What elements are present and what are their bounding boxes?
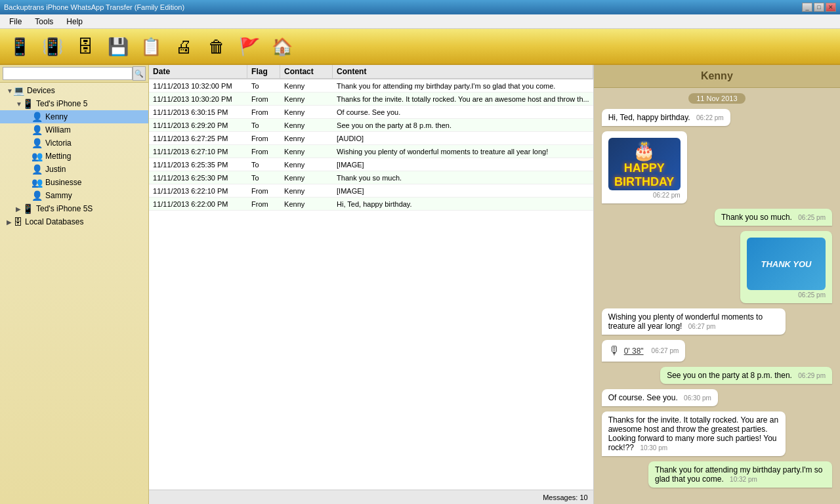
sidebar-item-teds-iphone5s[interactable]: ▶ 📱 Ted's iPhone 5S — [0, 202, 148, 215]
chat-date-label: 11 Nov 2013 — [688, 93, 745, 104]
birthday-image: 🎂 HAPPYBIRTHDAY — [608, 138, 681, 190]
message-8: Of course. See you. 06:30 pm — [602, 389, 718, 406]
minimize-button[interactable]: _ — [802, 3, 812, 12]
flag-icon: 🚩 — [239, 38, 260, 55]
toolbar-database-btn[interactable]: 🗄 — [71, 32, 100, 61]
td-content: Wishing you plenty of wonderful moments … — [333, 146, 593, 157]
td-contact: Kenny — [280, 186, 333, 196]
sidebar-item-local-databases[interactable]: ▶ 🗄 Local Databases — [0, 215, 148, 228]
table-row[interactable]: 11/11/2013 6:27:10 PM From Kenny Wishing… — [149, 145, 593, 158]
search-button[interactable]: 🔍 — [133, 66, 146, 81]
audio-duration[interactable]: 0' 38" — [624, 346, 644, 356]
bubble-received: Wishing you plenty of wonderful moments … — [602, 308, 786, 335]
table-row[interactable]: 11/11/2013 6:29:20 PM To Kenny See you o… — [149, 119, 593, 132]
td-content: See you on the party at 8 p.m. then. — [333, 120, 593, 131]
maximize-button[interactable]: □ — [814, 3, 824, 12]
td-contact: Kenny — [280, 81, 333, 91]
message-1: Hi, Ted, happy birthday. 06:22 pm — [602, 109, 730, 126]
message-9: Thanks for the invite. It totally rocked… — [602, 411, 786, 456]
toolbar-iphone-btn[interactable]: 📱 — [5, 32, 34, 61]
search-input[interactable] — [3, 67, 133, 80]
sidebar-item-teds-iphone5[interactable]: ▼ 📱 Ted's iPhone 5 — [0, 97, 148, 110]
chat-contact-name: Kenny — [701, 70, 733, 81]
sidebar-item-label: William — [45, 125, 71, 135]
toolbar-device-btn[interactable]: 📳 — [38, 32, 67, 61]
toolbar-backup-btn[interactable]: 💾 — [104, 32, 133, 61]
chat-header: Kenny — [594, 65, 840, 88]
sidebar-item-kenny[interactable]: 👤 Kenny — [0, 110, 148, 123]
sidebar-item-metting[interactable]: 👥 Metting — [0, 150, 148, 163]
window-controls: _ □ ✕ — [802, 3, 836, 12]
sidebar-item-justin[interactable]: 👤 Justin — [0, 163, 148, 176]
delete-icon: 🗑 — [208, 38, 225, 55]
sidebar-item-businesse[interactable]: 👥 Businesse — [0, 176, 148, 189]
msg-text: Thanks for the invite. It totally rocked… — [608, 415, 778, 452]
toolbar-delete-btn[interactable]: 🗑 — [202, 32, 231, 61]
sidebar-item-victoria[interactable]: 👤 Victoria — [0, 136, 148, 150]
col-contact[interactable]: Contact — [280, 65, 333, 78]
table-header: Date Flag Contact Content — [149, 65, 593, 79]
bubble-received: Hi, Ted, happy birthday. 06:22 pm — [602, 109, 730, 126]
col-date[interactable]: Date — [149, 65, 247, 78]
col-content[interactable]: Content — [333, 65, 593, 78]
message-3: Thank you so much. 06:25 pm — [715, 209, 832, 226]
td-date: 11/11/2013 6:27:25 PM — [149, 133, 247, 144]
sidebar-item-label: Devices — [27, 86, 55, 95]
td-date: 11/11/2013 6:22:00 PM — [149, 199, 247, 209]
msg-time: 06:25 pm — [798, 291, 826, 299]
thankyou-image: THANK YOU — [747, 238, 826, 290]
menu-help[interactable]: Help — [60, 16, 89, 28]
message-2: 🎂 HAPPYBIRTHDAY 06:22 pm — [602, 131, 687, 203]
menu-tools[interactable]: Tools — [28, 16, 60, 28]
left-panel: 🔍 ▼ 💻 Devices ▼ 📱 Ted's iPhone 5 👤 Kenny — [0, 65, 149, 504]
td-date: 11/11/2013 10:30:20 PM — [149, 94, 247, 104]
sidebar-item-label: Kenny — [45, 112, 68, 121]
message-4: THANK YOU 06:25 pm — [740, 231, 832, 303]
table-row[interactable]: 11/11/2013 10:30:20 PM From Kenny Thanks… — [149, 93, 593, 106]
sidebar-item-devices[interactable]: ▼ 💻 Devices — [0, 84, 148, 97]
export-icon: 📋 — [140, 38, 161, 55]
msg-text: See you on the party at 8 p.m. then. — [667, 371, 792, 380]
contact-icon: 👤 — [32, 164, 43, 175]
table-row[interactable]: 11/11/2013 10:32:00 PM To Kenny Thank yo… — [149, 79, 593, 93]
close-button[interactable]: ✕ — [826, 3, 836, 12]
menu-file[interactable]: File — [3, 16, 28, 28]
td-contact: Kenny — [280, 199, 333, 209]
td-content: [IMAGE] — [333, 186, 593, 196]
toolbar-home-btn[interactable]: 🏠 — [268, 32, 297, 61]
message-7: See you on the party at 8 p.m. then. 06:… — [660, 367, 832, 384]
msg-text: Hi, Ted, happy birthday. — [608, 113, 690, 122]
table-row[interactable]: 11/11/2013 6:22:00 PM From Kenny Hi, Ted… — [149, 198, 593, 211]
table-row[interactable]: 11/11/2013 6:22:10 PM From Kenny [IMAGE] — [149, 184, 593, 198]
chat-messages: 11 Nov 2013 Hi, Ted, happy birthday. 06:… — [594, 88, 840, 504]
toolbar-print-btn[interactable]: 🖨 — [169, 32, 198, 61]
happy-birthday-text: HAPPYBIRTHDAY — [614, 161, 674, 189]
td-contact: Kenny — [280, 107, 333, 117]
group-icon: 👥 — [32, 177, 43, 188]
toolbar-flag-btn[interactable]: 🚩 — [235, 32, 264, 61]
table-row[interactable]: 11/11/2013 6:27:25 PM From Kenny [AUDIO] — [149, 132, 593, 145]
toolbar-export-btn[interactable]: 📋 — [136, 32, 165, 61]
chat-panel: Kenny 11 Nov 2013 Hi, Ted, happy birthda… — [594, 65, 840, 504]
table-row[interactable]: 11/11/2013 6:25:30 PM To Kenny Thank you… — [149, 171, 593, 184]
sidebar-item-label: Victoria — [45, 138, 72, 148]
msg-time: 06:22 pm — [696, 114, 724, 121]
expand-arrow-devices: ▼ — [7, 87, 13, 94]
contact-icon: 👤 — [32, 138, 43, 148]
iphone-icon: 📱 — [9, 38, 30, 55]
microphone-icon: 🎙 — [608, 344, 620, 358]
msg-time: 06:22 pm — [653, 192, 681, 199]
table-row[interactable]: 11/11/2013 6:25:35 PM To Kenny [IMAGE] — [149, 158, 593, 171]
col-flag[interactable]: Flag — [247, 65, 280, 78]
sidebar-item-label: Metting — [45, 152, 71, 161]
sidebar-item-william[interactable]: 👤 William — [0, 123, 148, 136]
table-row[interactable]: 11/11/2013 6:30:15 PM From Kenny Of cour… — [149, 106, 593, 119]
td-content: [IMAGE] — [333, 159, 593, 170]
td-date: 11/11/2013 6:25:35 PM — [149, 159, 247, 170]
status-bar: Messages: 10 — [149, 490, 593, 504]
sidebar-item-sammy[interactable]: 👤 Sammy — [0, 189, 148, 202]
td-flag: From — [247, 133, 280, 144]
expand-arrow-databases: ▶ — [7, 219, 13, 226]
msg-time: 06:29 pm — [798, 372, 826, 379]
td-date: 11/11/2013 6:25:30 PM — [149, 173, 247, 183]
